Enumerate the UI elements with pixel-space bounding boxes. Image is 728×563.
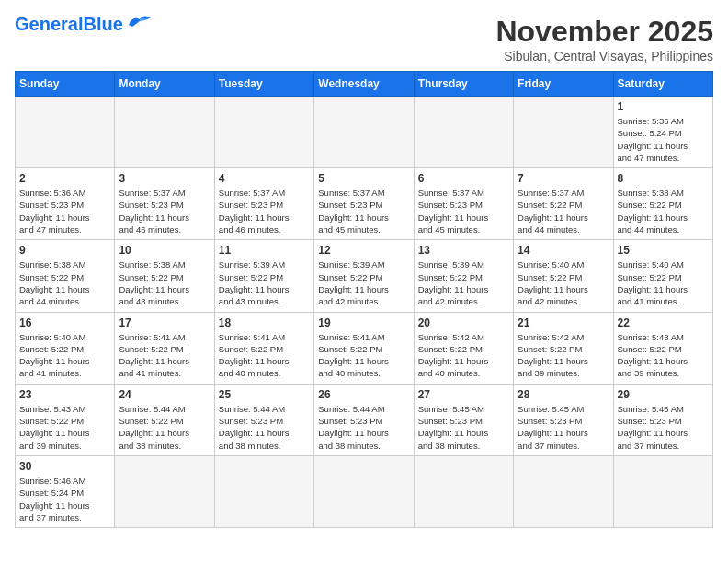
day-number: 4 bbox=[219, 172, 310, 185]
calendar-cell: 7Sunrise: 5:37 AM Sunset: 5:22 PM Daylig… bbox=[514, 168, 613, 240]
calendar-cell: 26Sunrise: 5:44 AM Sunset: 5:23 PM Dayli… bbox=[314, 384, 414, 455]
day-info: Sunrise: 5:44 AM Sunset: 5:23 PM Dayligh… bbox=[318, 403, 409, 452]
calendar-cell bbox=[115, 97, 214, 168]
day-info: Sunrise: 5:39 AM Sunset: 5:22 PM Dayligh… bbox=[318, 259, 409, 307]
calendar-week-row: 16Sunrise: 5:40 AM Sunset: 5:22 PM Dayli… bbox=[16, 312, 713, 384]
calendar-cell: 1Sunrise: 5:36 AM Sunset: 5:24 PM Daylig… bbox=[613, 97, 712, 168]
day-number: 27 bbox=[418, 388, 509, 401]
day-info: Sunrise: 5:37 AM Sunset: 5:23 PM Dayligh… bbox=[119, 187, 210, 236]
day-number: 12 bbox=[318, 244, 409, 257]
day-info: Sunrise: 5:40 AM Sunset: 5:22 PM Dayligh… bbox=[19, 331, 110, 380]
calendar-week-row: 9Sunrise: 5:38 AM Sunset: 5:22 PM Daylig… bbox=[16, 240, 713, 312]
month-title: November 2025 bbox=[495, 15, 713, 49]
day-number: 14 bbox=[518, 244, 609, 257]
day-info: Sunrise: 5:42 AM Sunset: 5:22 PM Dayligh… bbox=[418, 331, 509, 380]
col-header-sunday: Sunday bbox=[16, 72, 115, 97]
calendar-cell: 15Sunrise: 5:40 AM Sunset: 5:22 PM Dayli… bbox=[613, 240, 712, 312]
col-header-tuesday: Tuesday bbox=[214, 72, 313, 97]
day-info: Sunrise: 5:37 AM Sunset: 5:22 PM Dayligh… bbox=[518, 187, 609, 236]
calendar-cell bbox=[115, 455, 214, 527]
calendar-cell bbox=[613, 455, 712, 527]
calendar-cell bbox=[314, 455, 414, 527]
calendar-cell: 8Sunrise: 5:38 AM Sunset: 5:22 PM Daylig… bbox=[613, 168, 712, 240]
day-info: Sunrise: 5:43 AM Sunset: 5:22 PM Dayligh… bbox=[618, 331, 709, 380]
day-number: 11 bbox=[219, 244, 310, 257]
day-info: Sunrise: 5:46 AM Sunset: 5:24 PM Dayligh… bbox=[19, 475, 110, 523]
calendar-cell: 14Sunrise: 5:40 AM Sunset: 5:22 PM Dayli… bbox=[514, 240, 613, 312]
calendar-cell bbox=[414, 455, 513, 527]
day-info: Sunrise: 5:39 AM Sunset: 5:22 PM Dayligh… bbox=[219, 259, 310, 307]
day-info: Sunrise: 5:38 AM Sunset: 5:22 PM Dayligh… bbox=[618, 187, 709, 236]
calendar-cell bbox=[514, 455, 613, 527]
calendar-cell: 19Sunrise: 5:41 AM Sunset: 5:22 PM Dayli… bbox=[314, 312, 414, 384]
day-number: 10 bbox=[119, 244, 210, 257]
day-info: Sunrise: 5:40 AM Sunset: 5:22 PM Dayligh… bbox=[518, 259, 609, 307]
day-info: Sunrise: 5:41 AM Sunset: 5:22 PM Dayligh… bbox=[119, 331, 210, 380]
calendar-week-row: 23Sunrise: 5:43 AM Sunset: 5:22 PM Dayli… bbox=[16, 384, 713, 455]
calendar-cell: 3Sunrise: 5:37 AM Sunset: 5:23 PM Daylig… bbox=[115, 168, 214, 240]
calendar-week-row: 30Sunrise: 5:46 AM Sunset: 5:24 PM Dayli… bbox=[16, 455, 713, 527]
day-number: 19 bbox=[318, 316, 409, 329]
day-number: 9 bbox=[19, 244, 110, 257]
day-info: Sunrise: 5:41 AM Sunset: 5:22 PM Dayligh… bbox=[318, 331, 409, 380]
col-header-thursday: Thursday bbox=[414, 72, 513, 97]
calendar-cell: 2Sunrise: 5:36 AM Sunset: 5:23 PM Daylig… bbox=[16, 168, 115, 240]
day-number: 17 bbox=[119, 316, 210, 329]
day-number: 13 bbox=[418, 244, 509, 257]
day-number: 29 bbox=[618, 388, 709, 401]
calendar-cell: 23Sunrise: 5:43 AM Sunset: 5:22 PM Dayli… bbox=[16, 384, 115, 455]
calendar-cell: 29Sunrise: 5:46 AM Sunset: 5:23 PM Dayli… bbox=[613, 384, 712, 455]
logo-bird-icon bbox=[125, 12, 154, 32]
day-number: 8 bbox=[618, 172, 709, 185]
day-number: 5 bbox=[318, 172, 409, 185]
col-header-friday: Friday bbox=[514, 72, 613, 97]
location: Sibulan, Central Visayas, Philippines bbox=[495, 49, 713, 63]
calendar-table: SundayMondayTuesdayWednesdayThursdayFrid… bbox=[15, 71, 713, 528]
calendar-cell bbox=[514, 97, 613, 168]
logo-blue: Blue bbox=[83, 14, 122, 34]
day-number: 25 bbox=[219, 388, 310, 401]
calendar-cell: 13Sunrise: 5:39 AM Sunset: 5:22 PM Dayli… bbox=[414, 240, 513, 312]
calendar-header-row: SundayMondayTuesdayWednesdayThursdayFrid… bbox=[16, 72, 713, 97]
calendar-cell: 6Sunrise: 5:37 AM Sunset: 5:23 PM Daylig… bbox=[414, 168, 513, 240]
calendar-cell: 5Sunrise: 5:37 AM Sunset: 5:23 PM Daylig… bbox=[314, 168, 414, 240]
day-number: 7 bbox=[518, 172, 609, 185]
calendar-cell: 30Sunrise: 5:46 AM Sunset: 5:24 PM Dayli… bbox=[16, 455, 115, 527]
day-number: 24 bbox=[119, 388, 210, 401]
day-info: Sunrise: 5:43 AM Sunset: 5:22 PM Dayligh… bbox=[19, 403, 110, 452]
day-info: Sunrise: 5:45 AM Sunset: 5:23 PM Dayligh… bbox=[418, 403, 509, 452]
day-number: 22 bbox=[618, 316, 709, 329]
day-info: Sunrise: 5:44 AM Sunset: 5:22 PM Dayligh… bbox=[119, 403, 210, 452]
calendar-cell: 11Sunrise: 5:39 AM Sunset: 5:22 PM Dayli… bbox=[214, 240, 313, 312]
calendar-cell: 21Sunrise: 5:42 AM Sunset: 5:22 PM Dayli… bbox=[514, 312, 613, 384]
day-number: 28 bbox=[518, 388, 609, 401]
day-info: Sunrise: 5:37 AM Sunset: 5:23 PM Dayligh… bbox=[318, 187, 409, 236]
calendar-cell: 20Sunrise: 5:42 AM Sunset: 5:22 PM Dayli… bbox=[414, 312, 513, 384]
day-number: 2 bbox=[19, 172, 110, 185]
calendar-cell: 10Sunrise: 5:38 AM Sunset: 5:22 PM Dayli… bbox=[115, 240, 214, 312]
calendar-cell: 4Sunrise: 5:37 AM Sunset: 5:23 PM Daylig… bbox=[214, 168, 313, 240]
calendar-cell: 17Sunrise: 5:41 AM Sunset: 5:22 PM Dayli… bbox=[115, 312, 214, 384]
calendar-cell: 9Sunrise: 5:38 AM Sunset: 5:22 PM Daylig… bbox=[16, 240, 115, 312]
logo-text: GeneralBlue bbox=[15, 15, 123, 33]
calendar-cell: 12Sunrise: 5:39 AM Sunset: 5:22 PM Dayli… bbox=[314, 240, 414, 312]
logo: GeneralBlue bbox=[15, 15, 154, 33]
day-number: 21 bbox=[518, 316, 609, 329]
calendar-cell: 27Sunrise: 5:45 AM Sunset: 5:23 PM Dayli… bbox=[414, 384, 513, 455]
day-number: 26 bbox=[318, 388, 409, 401]
col-header-saturday: Saturday bbox=[613, 72, 712, 97]
day-number: 30 bbox=[19, 460, 110, 473]
day-number: 23 bbox=[19, 388, 110, 401]
day-info: Sunrise: 5:42 AM Sunset: 5:22 PM Dayligh… bbox=[518, 331, 609, 380]
col-header-monday: Monday bbox=[115, 72, 214, 97]
day-number: 3 bbox=[119, 172, 210, 185]
day-number: 20 bbox=[418, 316, 509, 329]
calendar-cell bbox=[314, 97, 414, 168]
day-info: Sunrise: 5:44 AM Sunset: 5:23 PM Dayligh… bbox=[219, 403, 310, 452]
calendar-cell: 16Sunrise: 5:40 AM Sunset: 5:22 PM Dayli… bbox=[16, 312, 115, 384]
calendar-week-row: 2Sunrise: 5:36 AM Sunset: 5:23 PM Daylig… bbox=[16, 168, 713, 240]
page-header: GeneralBlue November 2025 Sibulan, Centr… bbox=[15, 15, 713, 63]
day-info: Sunrise: 5:38 AM Sunset: 5:22 PM Dayligh… bbox=[19, 259, 110, 307]
day-info: Sunrise: 5:36 AM Sunset: 5:24 PM Dayligh… bbox=[618, 115, 709, 164]
logo-general: General bbox=[15, 14, 83, 34]
